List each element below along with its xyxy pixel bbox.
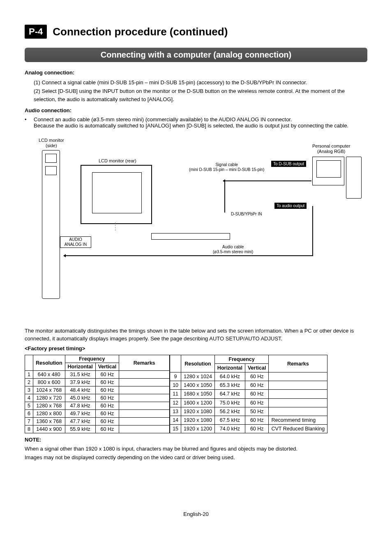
col-remarks: Remarks (269, 355, 327, 372)
cell-r (119, 379, 170, 386)
cell-v: 60 Hz (245, 424, 268, 433)
cell-n: 3 (25, 386, 33, 394)
cell-res: 1920 x 1080 (181, 416, 215, 424)
cell-n: 6 (25, 410, 33, 418)
col-frequency: Frequency (214, 355, 269, 364)
preset-intro: The monitor automatically distinguishes … (25, 327, 367, 343)
cell-v: 50 Hz (245, 407, 268, 416)
table-row: 61280 x 80049.7 kHz60 Hz (25, 410, 170, 418)
page-number: English-20 (25, 511, 367, 517)
cell-v: 60 Hz (95, 371, 119, 379)
cell-n: 7 (25, 418, 33, 426)
wire-audio (66, 255, 312, 256)
cell-h: 37.9 kHz (65, 379, 95, 386)
table-row: 101400 x 105065.3 kHz60 Hz (170, 381, 327, 390)
col-frequency: Frequency (65, 355, 119, 363)
cell-v: 60 Hz (95, 402, 119, 410)
analog-heading: Analog connection: (25, 69, 367, 77)
cell-res: 1280 x 800 (33, 410, 65, 418)
cell-r (269, 381, 327, 390)
audio-cable-label: Audio cable (ø3.5-mm stereo mini) (213, 245, 253, 255)
cell-n: 9 (170, 372, 181, 381)
cell-h: 45.0 kHz (65, 394, 95, 402)
col-resolution: Resolution (181, 355, 215, 372)
cell-v: 60 Hz (245, 372, 268, 381)
section-tag: P-4 (25, 25, 47, 39)
table-row: 131920 x 108056.2 kHz50 Hz (170, 407, 327, 416)
wire-signal-top (225, 180, 311, 181)
cell-r (119, 410, 170, 418)
cell-res: 1680 x 1050 (181, 390, 215, 398)
cell-res: 1600 x 1200 (181, 398, 215, 407)
audio-analog-in-label: AUDIO ANALOG IN (60, 236, 91, 248)
lcd-monitor-side-icon (42, 150, 60, 299)
cell-r (269, 398, 327, 407)
table-row: 2800 x 60037.9 kHz60 Hz (25, 379, 170, 386)
table-row: 31024 x 76848.4 kHz60 Hz (25, 386, 170, 394)
cell-v: 60 Hz (245, 416, 268, 424)
table-row: 111680 x 105064.7 kHz60 Hz (170, 390, 327, 398)
cell-r (119, 426, 170, 433)
cell-n: 2 (25, 379, 33, 386)
connector-bar-icon (151, 233, 230, 240)
cell-res: 1280 x 768 (33, 402, 65, 410)
cell-h: 67.5 kHz (214, 416, 245, 424)
dsub-in-label: D-SUB/YPbPr IN (231, 212, 262, 217)
cell-h: 31.5 kHz (65, 371, 95, 379)
audio-text-1: Connect an audio cable (ø3.5-mm stereo m… (34, 116, 292, 123)
cell-v: 60 Hz (245, 381, 268, 390)
preset-heading: <Factory preset timing> (25, 345, 367, 353)
table-row: 91280 x 102464.0 kHz60 Hz (170, 372, 327, 381)
cell-v: 60 Hz (95, 394, 119, 402)
cell-res: 1920 x 1080 (181, 407, 215, 416)
cell-n: 1 (25, 371, 33, 379)
cell-v: 60 Hz (95, 410, 119, 418)
table-row: 141920 x 108067.5 kHz60 HzRecommend timi… (170, 416, 327, 424)
page-title: Connection procedure (continued) (53, 25, 228, 38)
wire-audio-up (312, 206, 313, 256)
pc-label: Personal computer (Analog RGB) (312, 143, 350, 154)
cell-r (269, 372, 327, 381)
col-horizontal: Horizontal (214, 364, 245, 372)
cell-h: 75.0 kHz (214, 398, 245, 407)
cell-n: 13 (170, 407, 181, 416)
cell-r (119, 402, 170, 410)
audio-heading: Audio connection: (25, 106, 367, 115)
cell-n: 12 (170, 398, 181, 407)
cell-res: 1280 x 720 (33, 394, 65, 402)
cell-n: 10 (170, 381, 181, 390)
col-num (25, 355, 33, 371)
wire-joint (224, 212, 225, 213)
cell-res: 1360 x 768 (33, 418, 65, 426)
dashed-line-1 (115, 222, 116, 231)
cell-n: 15 (170, 424, 181, 433)
cell-h: 74.0 kHz (214, 424, 245, 433)
note-line-2: Images may not be displayed correctly de… (25, 453, 367, 462)
table-row: 51280 x 76847.8 kHz60 Hz (25, 402, 170, 410)
cell-h: 64.7 kHz (214, 390, 245, 398)
note-heading: NOTE: (25, 436, 367, 444)
to-audio-tag: To audio output (274, 203, 307, 209)
cell-v: 60 Hz (95, 379, 119, 386)
col-horizontal: Horizontal (65, 363, 95, 371)
cell-n: 14 (170, 416, 181, 424)
cell-h: 55.9 kHz (65, 426, 95, 433)
audio-bullet-1: • Connect an audio cable (ø3.5-mm stereo… (25, 116, 367, 123)
cell-h: 56.2 kHz (214, 407, 245, 416)
page-header: P-4 Connection procedure (continued) (25, 25, 367, 39)
cell-v: 60 Hz (245, 398, 268, 407)
signal-cable-label: Signal cable (mini D-SUB 15-pin – mini D… (189, 162, 264, 173)
timing-tables: Resolution Frequency Remarks Horizontal … (25, 353, 367, 433)
subsection-banner: Connecting with a computer (analog conne… (25, 48, 367, 62)
cell-r (119, 394, 170, 402)
bullet-icon: • (25, 116, 34, 123)
wire-signal-drop (224, 180, 225, 212)
bullet-spacer (25, 123, 34, 129)
cell-res: 640 x 480 (33, 371, 65, 379)
cell-v: 60 Hz (95, 426, 119, 433)
connection-diagram: LCD monitor (side) LCD monitor (rear) Pe… (25, 138, 367, 310)
analog-step-1: (1) Connect a signal cable (mini D-SUB 1… (34, 79, 367, 87)
cell-n: 5 (25, 402, 33, 410)
cell-v: 60 Hz (245, 390, 268, 398)
cell-n: 8 (25, 426, 33, 433)
